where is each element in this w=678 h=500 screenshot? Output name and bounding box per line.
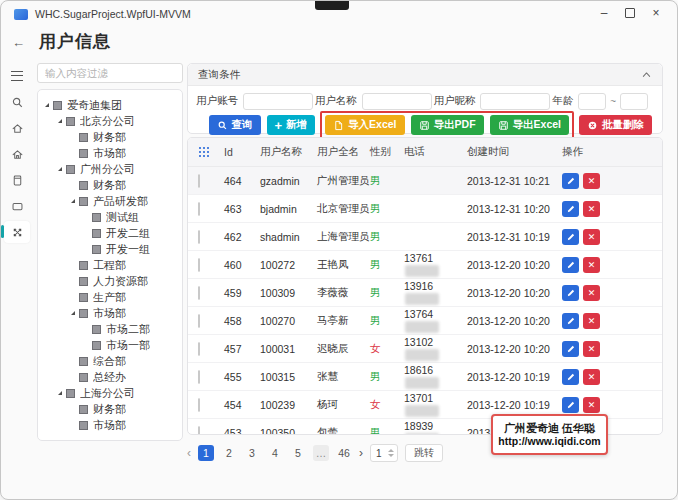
tree-node[interactable]: 财务部: [38, 177, 182, 193]
delete-button[interactable]: ✕: [583, 341, 600, 357]
tree-expander-icon[interactable]: [58, 391, 62, 395]
page-number-button[interactable]: 46: [336, 445, 352, 461]
page-number-button[interactable]: 5: [290, 445, 306, 461]
username-field[interactable]: [362, 93, 432, 110]
table-row[interactable]: 458100270马亭新男137642013-12-20 10:20✕: [188, 307, 662, 335]
stepper-arrows[interactable]: [388, 449, 394, 457]
page-number-button[interactable]: 4: [267, 445, 283, 461]
delete-button[interactable]: ✕: [583, 285, 600, 301]
edit-button[interactable]: [562, 201, 579, 217]
row-checkbox[interactable]: [198, 370, 200, 384]
tree-node[interactable]: 财务部: [38, 129, 182, 145]
jump-page-stepper[interactable]: 1: [370, 444, 398, 462]
age-from-field[interactable]: [578, 93, 606, 110]
page-number-button[interactable]: 2: [221, 445, 237, 461]
delete-button[interactable]: ✕: [583, 173, 600, 189]
edit-button[interactable]: [562, 313, 579, 329]
tree-expander-icon[interactable]: [71, 199, 75, 203]
edit-button[interactable]: [562, 257, 579, 273]
delete-button[interactable]: ✕: [583, 201, 600, 217]
tree-node[interactable]: 市场二部: [38, 321, 182, 337]
jump-button[interactable]: 跳转: [405, 444, 443, 462]
import-excel-button[interactable]: 导入Excel: [325, 115, 404, 135]
row-checkbox[interactable]: [198, 342, 200, 356]
row-checkbox[interactable]: [198, 202, 200, 216]
row-checkbox[interactable]: [198, 426, 200, 436]
table-row[interactable]: 463bjadmin北京管理员男2013-12-31 10:20✕: [188, 195, 662, 223]
table-row[interactable]: 459100309李薇薇男139162013-12-20 10:20✕: [188, 279, 662, 307]
export-excel-button[interactable]: 导出Excel: [490, 115, 569, 135]
table-row[interactable]: 457100031迟晓辰女131022013-12-20 10:20✕: [188, 335, 662, 363]
row-checkbox[interactable]: [198, 230, 200, 244]
rail-card-button[interactable]: [4, 195, 30, 217]
rail-dashboard-button[interactable]: [4, 143, 30, 165]
table-row[interactable]: 462shadmin上海管理员男2013-12-31 10:19✕: [188, 223, 662, 251]
tree-expander-icon[interactable]: [58, 167, 62, 171]
table-row[interactable]: 464gzadmin广州管理员男2013-12-31 10:21✕: [188, 167, 662, 195]
minimize-button[interactable]: –: [591, 3, 617, 23]
select-all-grid-button[interactable]: [198, 146, 224, 158]
rail-home-button[interactable]: [4, 117, 30, 139]
tree-node[interactable]: 北京分公司: [38, 113, 182, 129]
rail-users-button-selected[interactable]: [4, 221, 30, 243]
delete-button[interactable]: ✕: [583, 229, 600, 245]
tree-node[interactable]: 总经办: [38, 369, 182, 385]
delete-button[interactable]: ✕: [583, 369, 600, 385]
edit-button[interactable]: [562, 397, 579, 413]
page-number-button[interactable]: 1: [198, 445, 214, 461]
edit-button[interactable]: [562, 173, 579, 189]
table-row[interactable]: 460100272王艳凤男137612013-12-20 10:20✕: [188, 251, 662, 279]
edit-button[interactable]: [562, 285, 579, 301]
query-panel-header[interactable]: 查询条件: [188, 64, 662, 86]
tree-node[interactable]: 上海分公司: [38, 385, 182, 401]
rail-notebook-button[interactable]: [4, 169, 30, 191]
tree-node[interactable]: 生产部: [38, 289, 182, 305]
age-to-field[interactable]: [620, 93, 648, 110]
account-field[interactable]: [243, 93, 313, 110]
tree-node[interactable]: 开发一组: [38, 241, 182, 257]
edit-button[interactable]: [562, 341, 579, 357]
page-number-button[interactable]: 3: [244, 445, 260, 461]
tree-expander-icon[interactable]: [58, 119, 62, 123]
tree-node[interactable]: 市场部: [38, 417, 182, 433]
rail-search-button[interactable]: [4, 91, 30, 113]
delete-button[interactable]: ✕: [583, 313, 600, 329]
row-checkbox[interactable]: [198, 286, 200, 300]
menu-toggle-button[interactable]: [4, 65, 30, 87]
tree-node[interactable]: 财务部: [38, 401, 182, 417]
next-page-button[interactable]: ›: [359, 446, 363, 460]
tree-node[interactable]: 市场一部: [38, 337, 182, 353]
tree-node-label: 人力资源部: [93, 274, 148, 289]
tree-node[interactable]: 市场部: [38, 145, 182, 161]
back-button[interactable]: ←: [12, 35, 25, 50]
tree-node[interactable]: 爱奇迪集团: [38, 97, 182, 113]
edit-button[interactable]: [562, 369, 579, 385]
add-button[interactable]: + 新增: [267, 115, 316, 135]
row-checkbox[interactable]: [198, 258, 200, 272]
tree-node[interactable]: 综合部: [38, 353, 182, 369]
search-button[interactable]: 查询: [209, 115, 261, 135]
delete-button[interactable]: ✕: [583, 257, 600, 273]
tree-node[interactable]: 广州分公司: [38, 161, 182, 177]
tree-node[interactable]: 产品研发部: [38, 193, 182, 209]
tree-node[interactable]: 测试组: [38, 209, 182, 225]
tree-node[interactable]: 市场部: [38, 305, 182, 321]
maximize-button[interactable]: [617, 3, 643, 23]
tree-expander-icon[interactable]: [45, 103, 49, 107]
close-button[interactable]: ×: [643, 3, 669, 23]
batch-delete-button[interactable]: 批量删除: [579, 115, 652, 135]
delete-button[interactable]: ✕: [583, 397, 600, 413]
tree-filter-input[interactable]: [38, 67, 180, 79]
row-checkbox[interactable]: [198, 314, 200, 328]
tree-node[interactable]: 工程部: [38, 257, 182, 273]
export-pdf-button[interactable]: 导出PDF: [411, 115, 484, 135]
nickname-field[interactable]: [480, 93, 550, 110]
table-row[interactable]: 455100315张慧男186162013-12-20 10:19✕: [188, 363, 662, 391]
prev-page-button[interactable]: ‹: [187, 446, 191, 460]
tree-node[interactable]: 人力资源部: [38, 273, 182, 289]
edit-button[interactable]: [562, 229, 579, 245]
row-checkbox[interactable]: [198, 174, 200, 188]
tree-expander-icon[interactable]: [71, 311, 75, 315]
row-checkbox[interactable]: [198, 398, 200, 412]
tree-node[interactable]: 开发二组: [38, 225, 182, 241]
